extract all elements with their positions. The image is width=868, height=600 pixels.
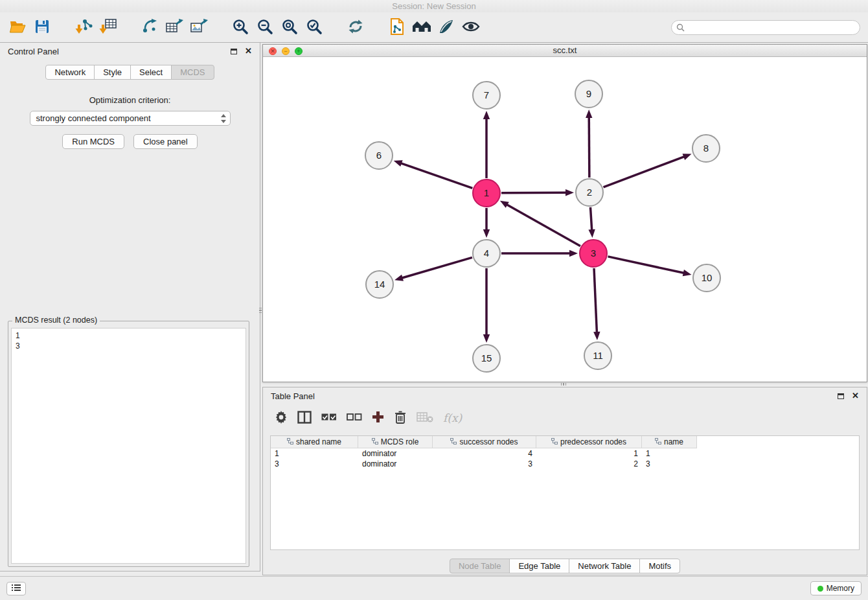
delete-table-button[interactable] — [417, 410, 433, 426]
fx-icon: f(x) — [443, 411, 462, 424]
toolbar-search — [671, 20, 860, 35]
table-cell: dominator — [358, 459, 433, 469]
table-export-icon — [165, 18, 183, 37]
table-row[interactable]: 1dominator411 — [271, 448, 859, 459]
graph-edge-arrow — [683, 154, 692, 160]
export-image-button[interactable] — [189, 17, 209, 38]
table-toolbar: f(x) — [263, 404, 867, 432]
column-header-label: MCDS role — [381, 437, 419, 446]
column-header-successor-nodes[interactable]: successor nodes — [433, 436, 536, 448]
close-table-panel-icon[interactable]: ✕ — [852, 393, 859, 399]
table-cell: 3 — [271, 459, 358, 469]
run-mcds-button[interactable]: Run MCDS — [62, 134, 124, 149]
graph-edge-arrow — [593, 332, 600, 340]
tab-network-table[interactable]: Network Table — [569, 559, 640, 573]
graph-node-label: 15 — [481, 352, 492, 363]
table-cell: dominator — [358, 448, 433, 459]
show-hide-button[interactable] — [461, 17, 481, 38]
refresh-icon — [347, 18, 364, 37]
graph-node-label: 2 — [587, 187, 592, 198]
zoom-in-button[interactable] — [231, 17, 250, 38]
open-session-button[interactable] — [8, 17, 27, 38]
table-cell: 3 — [642, 459, 697, 469]
tab-network[interactable]: Network — [45, 65, 95, 80]
graph-edge-2-8[interactable] — [604, 156, 685, 187]
deselect-all-columns-button[interactable] — [347, 410, 362, 426]
column-header-label: successor nodes — [459, 437, 518, 446]
column-header-shared-name[interactable]: shared name — [271, 436, 358, 448]
minimize-window-button[interactable]: − — [282, 47, 290, 55]
tab-motifs[interactable]: Motifs — [639, 559, 680, 573]
export-table-button[interactable] — [165, 17, 184, 38]
function-builder-button[interactable]: f(x) — [443, 410, 462, 426]
import-network-icon — [74, 18, 93, 37]
table-settings-button[interactable] — [275, 410, 288, 426]
main-toolbar — [0, 12, 868, 43]
column-header-name[interactable]: name — [642, 436, 697, 448]
float-panel-icon[interactable] — [231, 49, 237, 54]
apply-layout-button[interactable] — [346, 17, 365, 38]
table-row[interactable]: 3dominator323 — [271, 459, 859, 469]
optimization-criterion-label: Optimization criterion: — [0, 95, 260, 105]
control-panel: Control Panel ✕ Network Style Select MCD… — [0, 43, 260, 571]
horizontal-splitter-handle[interactable] — [555, 382, 572, 386]
graph-edge-arrow — [483, 229, 490, 238]
new-network-button[interactable] — [140, 17, 159, 38]
zoom-out-button[interactable] — [255, 17, 275, 38]
zoom-selected-button[interactable] — [304, 17, 324, 38]
table-body: 1dominator4113dominator323 — [271, 448, 859, 469]
tab-edge-table[interactable]: Edge Table — [509, 559, 569, 573]
window-title: Session: New Session — [392, 1, 475, 11]
graph-edge-4-14[interactable] — [402, 257, 472, 278]
zoom-fit-button[interactable] — [280, 17, 299, 38]
mcds-result-line: 1 — [16, 330, 242, 341]
table-cell: 1 — [536, 448, 642, 459]
clone-network-button[interactable] — [387, 17, 407, 38]
close-panel-icon[interactable]: ✕ — [245, 48, 252, 54]
criterion-dropdown[interactable]: strongly connected component — [30, 111, 231, 126]
graph-edge-3-11[interactable] — [594, 268, 597, 333]
column-header-predecessor-nodes[interactable]: predecessor nodes — [536, 436, 642, 448]
graph-edge-2-9[interactable] — [589, 117, 589, 178]
table-panel-title: Table Panel — [271, 391, 315, 401]
column-sort-icon — [450, 437, 457, 446]
float-table-panel-icon[interactable] — [838, 393, 844, 399]
show-columns-button[interactable] — [297, 410, 312, 426]
tab-mcds[interactable]: MCDS — [171, 65, 214, 80]
apply-style-button[interactable] — [437, 17, 456, 38]
dropdown-arrows-icon — [220, 113, 227, 126]
show-panels-button[interactable] — [6, 582, 26, 595]
graph-edge-arrow — [588, 229, 595, 238]
zoom-in-icon — [232, 18, 249, 37]
delete-column-button[interactable] — [394, 410, 407, 426]
network-arrows-icon — [141, 18, 158, 37]
save-session-button[interactable] — [32, 17, 52, 38]
network-canvas[interactable]: 7968124314101511 — [263, 57, 867, 382]
close-window-button[interactable]: ✕ — [269, 47, 277, 55]
table-panel-tabs: Node Table Edge Table Network Table Moti… — [263, 559, 867, 573]
graph-edge-1-2[interactable] — [501, 192, 567, 193]
column-header-mcds-role[interactable]: MCDS role — [358, 436, 433, 448]
memory-button[interactable]: Memory — [810, 581, 862, 595]
graph-edge-1-6[interactable] — [400, 163, 472, 189]
tab-select[interactable]: Select — [130, 65, 172, 80]
create-column-button[interactable] — [372, 410, 384, 426]
search-input[interactable] — [671, 20, 860, 35]
control-panel-tabs: Network Style Select MCDS — [0, 65, 260, 80]
graph-edge-arrow — [500, 201, 509, 208]
gear-icon — [275, 411, 288, 426]
zoom-window-button[interactable]: + — [295, 47, 303, 55]
select-all-columns-button[interactable] — [321, 410, 337, 426]
import-table-button[interactable] — [98, 17, 118, 38]
graph-edge-2-3[interactable] — [590, 207, 591, 231]
node-table[interactable]: shared nameMCDS rolesuccessor nodesprede… — [270, 435, 860, 550]
import-network-button[interactable] — [74, 17, 93, 38]
graph-edge-3-10[interactable] — [608, 257, 684, 273]
overview-button[interactable] — [412, 17, 431, 38]
graph-edge-3-1[interactable] — [506, 204, 580, 246]
mcds-result-list[interactable]: 13 — [11, 328, 246, 564]
eye-icon — [462, 19, 480, 36]
tab-node-table[interactable]: Node Table — [450, 559, 510, 573]
close-panel-button[interactable]: Close panel — [133, 134, 198, 149]
tab-style[interactable]: Style — [94, 65, 131, 80]
